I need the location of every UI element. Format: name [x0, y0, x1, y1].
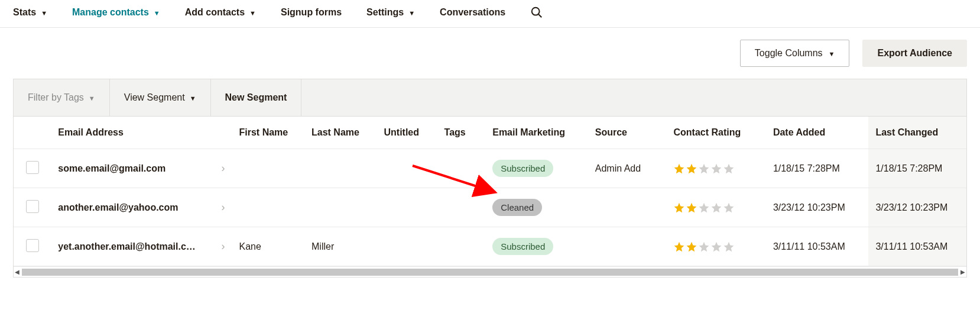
filter-by-tags[interactable]: Filter by Tags ▼	[14, 79, 110, 116]
date-added-value: 3/11/11 10:53AM	[766, 227, 869, 266]
row-checkbox[interactable]	[26, 161, 39, 174]
row-checkbox[interactable]	[26, 200, 39, 213]
scroll-left-icon[interactable]: ◀	[15, 269, 20, 275]
top-nav: Stats ▼ Manage contacts ▼ Add contacts ▼…	[0, 0, 980, 28]
star-icon	[723, 163, 735, 175]
new-segment[interactable]: New Segment	[211, 79, 302, 116]
chevron-right-icon[interactable]: ›	[222, 201, 225, 214]
table-header-row: Email Address First Name Last Name Untit…	[14, 117, 967, 149]
search-icon[interactable]	[530, 6, 543, 19]
star-icon	[710, 202, 722, 214]
star-icon	[723, 202, 735, 214]
rating-stars	[673, 241, 758, 253]
untitled-value	[377, 227, 437, 266]
nav-signup-forms[interactable]: Signup forms	[281, 7, 342, 18]
first-name-value	[232, 149, 304, 188]
header-source[interactable]: Source	[588, 117, 667, 149]
tags-value	[437, 149, 486, 188]
chevron-right-icon[interactable]: ›	[222, 162, 225, 175]
source-value	[588, 227, 667, 266]
new-segment-label: New Segment	[225, 92, 287, 103]
last-changed-value: 3/11/11 10:53AM	[868, 227, 967, 266]
rating-stars	[673, 202, 758, 214]
toggle-columns-button[interactable]: Toggle Columns ▼	[740, 40, 850, 67]
source-value: Admin Add	[588, 149, 667, 188]
star-icon	[698, 241, 710, 253]
star-icon	[686, 202, 697, 214]
filter-bar: Filter by Tags ▼ View Segment ▼ New Segm…	[13, 79, 967, 116]
scroll-track[interactable]	[22, 269, 958, 276]
marketing-badge: Subscribed	[492, 238, 553, 255]
header-tags[interactable]: Tags	[437, 117, 486, 149]
chevron-down-icon: ▼	[89, 95, 95, 102]
export-audience-button[interactable]: Export Audience	[862, 40, 967, 67]
header-date-added[interactable]: Date Added	[766, 117, 869, 149]
star-icon	[673, 202, 685, 214]
header-email-marketing[interactable]: Email Marketing	[485, 117, 588, 149]
nav-manage-contacts[interactable]: Manage contacts ▼	[72, 7, 160, 18]
email-value: another.email@yahoo.com	[58, 202, 178, 213]
nav-signup-label: Signup forms	[281, 7, 342, 18]
chevron-down-icon: ▼	[154, 9, 160, 17]
star-icon	[686, 163, 697, 175]
star-icon	[723, 241, 735, 253]
marketing-badge: Subscribed	[492, 160, 553, 177]
chevron-down-icon: ▼	[41, 9, 47, 17]
nav-add-contacts[interactable]: Add contacts ▼	[185, 7, 256, 18]
svg-line-1	[538, 14, 541, 17]
last-changed-value: 1/18/15 7:28PM	[868, 149, 967, 188]
untitled-value	[377, 188, 437, 227]
header-last-name[interactable]: Last Name	[304, 117, 377, 149]
date-added-value: 3/23/12 10:23PM	[766, 188, 869, 227]
rating-stars	[673, 163, 758, 175]
star-icon	[686, 241, 697, 253]
header-checkbox	[14, 117, 51, 149]
header-last-changed[interactable]: Last Changed	[868, 117, 967, 149]
star-icon	[710, 163, 722, 175]
first-name-value: Kane	[232, 227, 304, 266]
nav-manage-label: Manage contacts	[72, 7, 149, 18]
chevron-down-icon: ▼	[190, 95, 196, 102]
table-row[interactable]: some.email@gmail.com›SubscribedAdmin Add…	[14, 149, 967, 188]
chevron-right-icon[interactable]: ›	[222, 240, 225, 253]
last-name-value	[304, 149, 377, 188]
marketing-badge: Cleaned	[492, 199, 542, 216]
chevron-down-icon: ▼	[829, 50, 835, 57]
star-icon	[673, 241, 685, 253]
export-audience-label: Export Audience	[877, 48, 952, 59]
header-first-name[interactable]: First Name	[232, 117, 304, 149]
star-icon	[673, 163, 685, 175]
chevron-down-icon: ▼	[408, 9, 415, 17]
table-row[interactable]: yet.another.email@hotmail.com›KaneMiller…	[14, 227, 967, 266]
contacts-table: Email Address First Name Last Name Untit…	[14, 117, 967, 266]
star-icon	[698, 163, 710, 175]
horizontal-scrollbar[interactable]: ◀ ▶	[14, 266, 966, 277]
untitled-value	[377, 149, 437, 188]
header-email[interactable]: Email Address	[51, 117, 232, 149]
last-name-value	[304, 188, 377, 227]
filter-tags-label: Filter by Tags	[28, 92, 84, 103]
view-segment[interactable]: View Segment ▼	[110, 79, 211, 116]
first-name-value	[232, 188, 304, 227]
email-value: some.email@gmail.com	[58, 163, 166, 174]
date-added-value: 1/18/15 7:28PM	[766, 149, 869, 188]
last-changed-value: 3/23/12 10:23PM	[868, 188, 967, 227]
row-checkbox[interactable]	[26, 239, 39, 252]
scroll-right-icon[interactable]: ▶	[960, 269, 965, 275]
nav-stats[interactable]: Stats ▼	[13, 7, 47, 18]
header-untitled[interactable]: Untitled	[377, 117, 437, 149]
table-actions: Toggle Columns ▼ Export Audience	[0, 28, 980, 79]
svg-point-0	[532, 8, 540, 15]
nav-conversations[interactable]: Conversations	[440, 7, 505, 18]
nav-settings[interactable]: Settings ▼	[366, 7, 415, 18]
tags-value	[437, 227, 486, 266]
nav-add-label: Add contacts	[185, 7, 245, 18]
header-contact-rating[interactable]: Contact Rating	[666, 117, 765, 149]
star-icon	[710, 241, 722, 253]
contacts-table-wrap: Email Address First Name Last Name Untit…	[13, 116, 967, 278]
star-icon	[698, 202, 710, 214]
toggle-columns-label: Toggle Columns	[755, 48, 823, 59]
table-row[interactable]: another.email@yahoo.com›Cleaned3/23/12 1…	[14, 188, 967, 227]
nav-stats-label: Stats	[13, 7, 36, 18]
nav-settings-label: Settings	[366, 7, 404, 18]
